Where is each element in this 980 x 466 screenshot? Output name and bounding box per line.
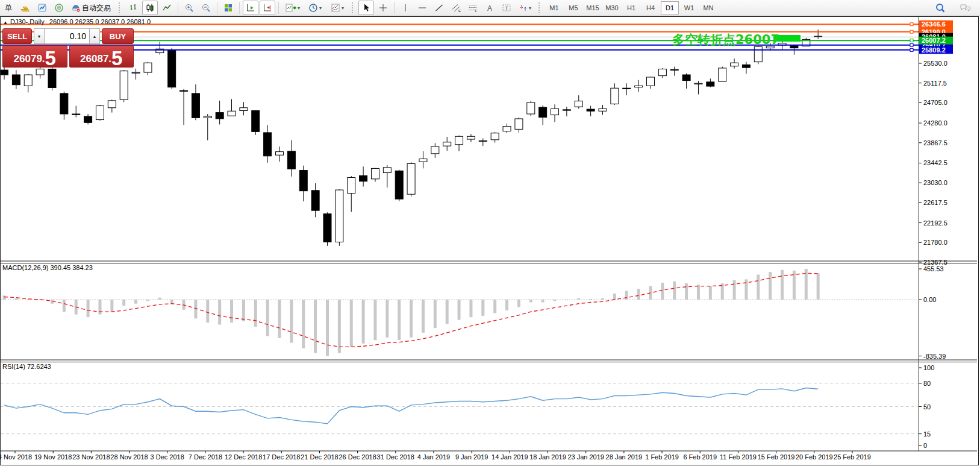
date-label: 9 Jan 2019 (455, 453, 488, 461)
date-label: 11 Feb 2019 (720, 453, 757, 461)
market-report-button[interactable] (34, 1, 50, 15)
macd-name: MACD(12,26,9) (2, 264, 48, 271)
hline-handle[interactable] (910, 48, 913, 51)
tile-windows-button[interactable] (220, 1, 236, 15)
chart-shift-button[interactable] (260, 1, 275, 15)
chart-window: 多空转折点2600725530.025117.524705.024280.023… (0, 16, 979, 465)
trendline-icon (434, 3, 444, 13)
price-tick-label: 25530.0 (923, 60, 947, 67)
text-tool-button[interactable]: A (482, 1, 498, 15)
auto-scroll-icon (246, 3, 255, 13)
crosshair-button[interactable] (375, 1, 391, 15)
gold-button[interactable] (17, 1, 33, 15)
price-tick-label: 21780.0 (923, 239, 947, 246)
buy-price-button[interactable]: 26087.5 (69, 45, 134, 68)
rsi-tick-label: 0 (923, 442, 927, 449)
macd-values: 390.45 384.23 (50, 264, 92, 271)
horizontal-line-tool-button[interactable] (414, 1, 430, 15)
fibonacci-tool-button[interactable]: F (465, 1, 481, 15)
chevron-down-icon: ▾ (342, 5, 344, 11)
candlestick-icon (145, 3, 155, 13)
cursor-arrow-icon (361, 3, 371, 13)
date-label: 23 Nov 2018 (72, 453, 110, 461)
zoom-out-button[interactable] (198, 1, 214, 15)
timeframe-d1[interactable]: D1 (661, 1, 679, 14)
horizontal-line-icon (417, 3, 427, 13)
timeframe-h4[interactable]: H4 (641, 1, 660, 14)
autotrade-button[interactable]: 自动交易 (68, 1, 115, 15)
chart-title: ▲DJ30-,Daily26096.0 26235.0 26037.0 2608… (3, 18, 151, 25)
svg-text:T: T (505, 5, 509, 11)
volume-increase-button[interactable]: ▲ (89, 28, 100, 44)
annotation-text[interactable]: 多空转折点26007 (672, 33, 779, 47)
zoom-in-icon (184, 3, 194, 13)
channel-tool-button[interactable]: E (448, 1, 464, 15)
hline-handle[interactable] (910, 30, 913, 33)
indicators-icon (286, 3, 296, 13)
gold-bars-icon (20, 3, 31, 13)
sell-price-button[interactable]: 26079.5 (2, 45, 67, 68)
date-label: 20 Feb 2019 (796, 453, 833, 461)
price-tick-label: 23030.0 (923, 179, 947, 186)
arrows-icon (519, 3, 528, 13)
templates-button[interactable]: ▾ (326, 1, 348, 15)
clock-icon (308, 3, 318, 13)
date-label: 4 Nov 2018 (1, 453, 32, 461)
date-label: 14 Jan 2019 (492, 453, 528, 461)
date-label: 28 Nov 2018 (110, 453, 148, 461)
timeframe-m30[interactable]: M30 (603, 1, 621, 14)
new-order-button[interactable]: 单 (1, 1, 16, 15)
indicators-button[interactable]: ▾ (282, 1, 304, 15)
vertical-line-tool-button[interactable] (398, 1, 413, 15)
line-chart-mode-button[interactable] (159, 1, 175, 15)
svg-text:E: E (458, 9, 461, 13)
bar-chart-mode-button[interactable] (125, 1, 141, 15)
arrows-tool-button[interactable]: ▾ (516, 1, 535, 15)
chevron-down-icon: ▾ (319, 5, 322, 11)
timeframe-h1[interactable]: H1 (622, 1, 640, 14)
price-tag-text: 26007.2 (922, 37, 946, 44)
date-label: 31 Dec 2018 (377, 453, 414, 461)
hline-handle[interactable] (910, 23, 913, 26)
toolbar-separator (217, 2, 217, 14)
date-label: 23 Jan 2019 (567, 453, 604, 461)
date-label: 12 Dec 2018 (225, 453, 262, 461)
line-chart-icon (162, 3, 172, 13)
timeframe-m1[interactable]: M1 (545, 1, 563, 14)
hline-handle[interactable] (910, 39, 913, 42)
macd-tick-label: -835.39 (923, 353, 946, 360)
auto-scroll-button[interactable] (243, 1, 258, 15)
trendline-tool-button[interactable] (431, 1, 447, 15)
toolbar-grip (538, 2, 541, 13)
sell-button[interactable]: SELL (2, 28, 32, 44)
volume-decrease-button[interactable]: ▼ (34, 28, 45, 44)
timeframe-mn[interactable]: MN (699, 1, 717, 14)
volume-input[interactable] (45, 28, 89, 44)
text-label-tool-button[interactable]: T (499, 1, 514, 15)
cursor-button[interactable] (358, 1, 374, 15)
macd-tick-label: 0.00 (923, 296, 936, 303)
periods-button[interactable]: ▾ (305, 1, 325, 15)
date-label: 17 Dec 2018 (263, 453, 300, 461)
rsi-tick-label: 80 (923, 380, 931, 387)
timeframe-m15[interactable]: M15 (584, 1, 602, 14)
search-button[interactable] (932, 1, 948, 15)
timeframe-m5[interactable]: M5 (564, 1, 582, 14)
svg-text:F: F (475, 9, 477, 13)
vertical-line-icon (401, 3, 410, 13)
zoom-in-button[interactable] (181, 1, 197, 15)
candlestick-mode-button[interactable] (142, 1, 158, 15)
chat-button[interactable] (958, 1, 973, 15)
timeframe-w1[interactable]: W1 (680, 1, 698, 14)
toolbar-separator (394, 2, 395, 14)
hline-handle[interactable] (910, 43, 913, 46)
date-label: 19 Nov 2018 (34, 453, 72, 461)
autotrade-label: 自动交易 (81, 3, 112, 13)
chart-canvas[interactable]: 多空转折点2600725530.025117.524705.024280.023… (1, 17, 978, 465)
buy-button[interactable]: BUY (102, 28, 134, 44)
date-label: 3 Dec 2018 (151, 453, 184, 461)
macd-histogram (3, 269, 820, 356)
chart-shift-icon (263, 3, 272, 13)
text-icon: A (485, 3, 495, 13)
signal-button[interactable] (51, 1, 67, 15)
